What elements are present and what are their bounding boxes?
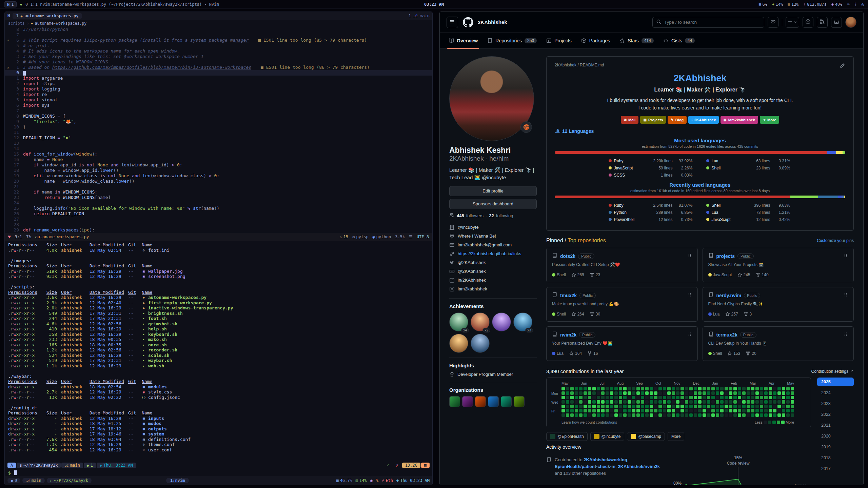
- year-2022[interactable]: 2022: [817, 410, 854, 419]
- contribution-day[interactable]: [751, 409, 754, 412]
- contribution-day[interactable]: [632, 409, 635, 412]
- contribution-day[interactable]: [606, 387, 609, 390]
- contribution-day[interactable]: [623, 396, 627, 399]
- contribution-day[interactable]: [786, 396, 790, 399]
- contribution-day[interactable]: [733, 387, 737, 390]
- contribution-day[interactable]: [601, 391, 605, 395]
- contribution-day[interactable]: [711, 409, 715, 412]
- contribution-day[interactable]: [773, 405, 776, 408]
- contribution-day[interactable]: [689, 405, 693, 408]
- profile-detail-mail[interactable]: iam2kabhishek@gmail.com: [449, 241, 537, 249]
- readme-path[interactable]: 2KAbhishek / README.md: [555, 63, 604, 69]
- contribution-day[interactable]: [725, 409, 728, 412]
- contribution-day[interactable]: [601, 400, 605, 404]
- contribution-day[interactable]: [729, 396, 732, 399]
- contribution-day[interactable]: [597, 400, 600, 404]
- contribution-day[interactable]: [764, 409, 768, 412]
- repo-stars[interactable]: 164: [569, 351, 582, 356]
- contribution-day[interactable]: [575, 405, 578, 408]
- contribution-day[interactable]: [654, 396, 657, 399]
- year-2024[interactable]: 2024: [817, 388, 854, 397]
- contribution-day[interactable]: [636, 396, 640, 399]
- tab-stars[interactable]: Stars414: [615, 33, 658, 48]
- contribution-day[interactable]: [755, 387, 759, 390]
- contribution-day[interactable]: [584, 409, 587, 412]
- contribution-day[interactable]: [716, 405, 719, 408]
- contribution-day[interactable]: [707, 391, 710, 395]
- tab-overview[interactable]: Overview: [445, 33, 482, 48]
- contribution-day[interactable]: [689, 391, 693, 395]
- contribution-day[interactable]: [782, 409, 785, 412]
- contribution-day[interactable]: [685, 396, 688, 399]
- shell-pane[interactable]: PermissionsSizeUserDate ModifiedGitName.…: [5, 241, 432, 461]
- contribution-day[interactable]: [650, 409, 653, 412]
- achievement-yolo[interactable]: [492, 312, 511, 331]
- org-filter-more[interactable]: More: [668, 432, 684, 441]
- contribution-day[interactable]: [720, 400, 724, 404]
- contribution-day[interactable]: [579, 405, 583, 408]
- contribution-day[interactable]: [703, 400, 706, 404]
- contribution-day[interactable]: [738, 391, 741, 395]
- code-editor[interactable]: 8#!/usr/bin/python7⚠6# This script requi…: [5, 27, 432, 233]
- contribution-day[interactable]: [698, 396, 702, 399]
- contribution-day[interactable]: [566, 400, 569, 404]
- contribution-day[interactable]: [658, 400, 662, 404]
- contribution-day[interactable]: [645, 391, 649, 395]
- contribution-day[interactable]: [680, 400, 684, 404]
- contribution-day[interactable]: [782, 413, 785, 417]
- org-avatar-4[interactable]: [488, 396, 499, 407]
- contribution-day[interactable]: [561, 409, 565, 412]
- contribution-day[interactable]: [561, 391, 565, 395]
- contribution-day[interactable]: [667, 413, 671, 417]
- contribution-day[interactable]: [575, 396, 578, 399]
- repo-forks[interactable]: 140: [756, 272, 769, 277]
- customize-pins-link[interactable]: Customize your pins: [817, 238, 854, 243]
- notifications-button[interactable]: [831, 17, 842, 28]
- contribution-day[interactable]: [641, 400, 644, 404]
- contribution-day[interactable]: [755, 396, 759, 399]
- contribution-day[interactable]: [628, 387, 631, 390]
- power-icon[interactable]: ◎: [862, 2, 864, 7]
- contribution-day[interactable]: [711, 396, 715, 399]
- contribution-day[interactable]: [694, 405, 697, 408]
- contribution-day[interactable]: [636, 405, 640, 408]
- org-filter-incubyte[interactable]: @incubyte: [590, 432, 625, 441]
- contribution-day[interactable]: [614, 391, 618, 395]
- contribution-day[interactable]: [575, 400, 578, 404]
- contribution-day[interactable]: [729, 409, 732, 412]
- contribution-day[interactable]: [725, 400, 728, 404]
- contribution-day[interactable]: [782, 405, 785, 408]
- contribution-day[interactable]: [645, 400, 649, 404]
- edit-profile-button[interactable]: Edit profile: [449, 186, 537, 196]
- drag-handle-icon[interactable]: [687, 253, 692, 259]
- issues-button[interactable]: [803, 17, 813, 28]
- contribution-day[interactable]: [773, 387, 776, 390]
- contribution-day[interactable]: [769, 413, 772, 417]
- contribution-day[interactable]: [614, 409, 618, 412]
- contribution-day[interactable]: [623, 409, 627, 412]
- contribution-day[interactable]: [606, 391, 609, 395]
- gpu-stat[interactable]: ▦6%: [759, 2, 767, 7]
- contribution-day[interactable]: [707, 396, 710, 399]
- contribution-day[interactable]: [584, 391, 587, 395]
- contribution-day[interactable]: [566, 405, 569, 408]
- contribution-day[interactable]: [694, 387, 697, 390]
- contribution-day[interactable]: [716, 391, 719, 395]
- contribution-day[interactable]: [777, 391, 781, 395]
- contribution-day[interactable]: [707, 409, 710, 412]
- network-stat[interactable]: ↓812.0B/s: [804, 2, 827, 7]
- contribution-day[interactable]: [764, 387, 768, 390]
- contribution-day[interactable]: [628, 391, 631, 395]
- contribution-day[interactable]: [742, 391, 746, 395]
- contribution-day[interactable]: [716, 409, 719, 412]
- contribution-day[interactable]: [729, 387, 732, 390]
- contribution-day[interactable]: [676, 400, 679, 404]
- contribution-day[interactable]: [628, 413, 631, 417]
- contribution-day[interactable]: [764, 400, 768, 404]
- contribution-day[interactable]: [769, 396, 772, 399]
- contribution-day[interactable]: [733, 409, 737, 412]
- contribution-day[interactable]: [632, 391, 635, 395]
- contribution-day[interactable]: [619, 400, 622, 404]
- contribution-day[interactable]: [676, 387, 679, 390]
- contribution-day[interactable]: [654, 400, 657, 404]
